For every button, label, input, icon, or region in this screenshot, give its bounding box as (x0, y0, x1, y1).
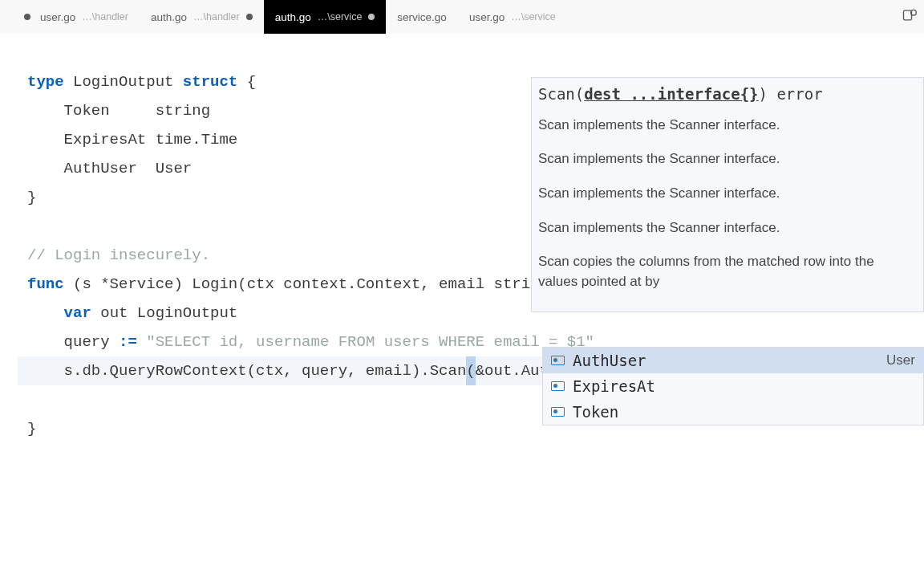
code-line: func (s *Service) Login(ctx context.Cont… (27, 275, 603, 293)
svg-rect-0 (904, 10, 912, 20)
code-line: type LoginOutput struct { (27, 73, 256, 91)
tab-filename: user.go (469, 11, 505, 23)
code-line: ExpiresAt time.Time (27, 131, 237, 149)
tab-path: …\handler (82, 11, 128, 22)
tab-path: …\service (511, 11, 556, 22)
signature-active-param: dest ...interface{} (584, 85, 758, 103)
autocomplete-label: ExpiresAt (573, 377, 655, 395)
code-line: var out LoginOutput (27, 304, 237, 322)
tab-path: …\service (318, 11, 363, 22)
modified-dot-icon (246, 14, 253, 20)
tab-bar: user.go …\handler auth.go …\handler auth… (0, 0, 924, 34)
modified-dot-icon (24, 14, 30, 20)
signature-line: Scan(dest ...interface{}) error (538, 84, 915, 104)
autocomplete-detail: User (886, 352, 915, 368)
autocomplete-item[interactable]: Token (543, 399, 923, 425)
editor-actions (902, 0, 924, 34)
field-icon (551, 381, 565, 391)
code-line: } (27, 420, 36, 438)
signature-doc: Scan implements the Scanner interface. S… (538, 116, 915, 292)
code-line: } (27, 189, 36, 206)
autocomplete-item[interactable]: ExpiresAt (543, 373, 923, 399)
code-line: query := "SELECT id, username FROM users… (27, 333, 594, 351)
autocomplete-label: Token (573, 403, 618, 421)
tab-filename: user.go (40, 11, 75, 23)
tab-filename: auth.go (151, 11, 187, 23)
tab-filename: auth.go (275, 11, 311, 23)
field-icon (551, 356, 565, 365)
compare-changes-icon[interactable] (902, 7, 918, 26)
tab-service[interactable]: service.go (386, 0, 458, 34)
tab-path: …\handler (193, 11, 240, 22)
autocomplete-popup: AuthUser User ExpiresAt Token (542, 347, 924, 425)
tab-auth-service[interactable]: auth.go …\service (264, 0, 387, 34)
tab-auth-handler[interactable]: auth.go …\handler (140, 0, 264, 34)
code-line: AuthUser User (27, 160, 192, 177)
tab-user-service[interactable]: user.go …\service (458, 0, 567, 34)
code-line: Token string (27, 102, 210, 120)
tab-filename: service.go (397, 11, 447, 23)
signature-help-popup: Scan(dest ...interface{}) error Scan imp… (531, 77, 924, 312)
field-icon (551, 407, 565, 417)
tab-user-handler[interactable]: user.go …\handler (29, 0, 140, 34)
code-line-comment: // Login insecurely. (27, 246, 210, 264)
modified-dot-icon (368, 14, 375, 20)
autocomplete-label: AuthUser (573, 352, 646, 369)
autocomplete-item[interactable]: AuthUser User (543, 348, 923, 373)
